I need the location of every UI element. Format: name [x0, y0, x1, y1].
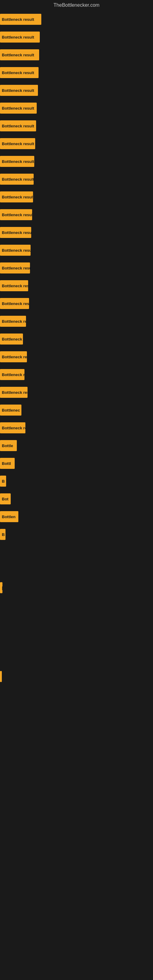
bar-row-5: Bottleneck result [0, 99, 153, 117]
bar-row-7: Bottleneck result [0, 135, 153, 153]
bottleneck-bar-22[interactable]: Bottlenec [0, 404, 21, 415]
bar-row-0: Bottleneck result [0, 10, 153, 28]
bottleneck-bar-7[interactable]: Bottleneck result [0, 138, 35, 149]
bottleneck-bar-8[interactable]: Bottleneck result [0, 156, 34, 167]
bottleneck-bar-15[interactable]: Bottleneck resu [0, 280, 28, 291]
bottleneck-bar-32[interactable]: | [0, 582, 2, 593]
bar-row-15: Bottleneck resu [0, 277, 153, 294]
bar-row-13: Bottleneck result [0, 241, 153, 259]
bar-label-26: B [2, 479, 5, 484]
bar-row-10: Bottleneck result [0, 188, 153, 206]
bottleneck-bar-11[interactable]: Bottleneck result [0, 209, 32, 220]
bar-label-14: Bottleneck result [2, 266, 30, 270]
bottleneck-bar-10[interactable]: Bottleneck result [0, 191, 33, 202]
bar-row-24: Bottle [0, 437, 153, 455]
bars-container: Bottleneck resultBottleneck resultBottle… [0, 10, 153, 686]
bar-row-8: Bottleneck result [0, 153, 153, 170]
bottleneck-bar-2[interactable]: Bottleneck result [0, 49, 39, 60]
bar-row-26: B [0, 472, 153, 490]
bar-row-22: Bottlenec [0, 401, 153, 419]
bottleneck-bar-26[interactable]: B [0, 476, 6, 487]
bar-label-4: Bottleneck result [2, 88, 34, 93]
bar-row-33 [0, 597, 153, 614]
bar-label-23: Bottleneck re [2, 426, 26, 430]
bottleneck-bar-25[interactable]: Bottl [0, 458, 15, 469]
bar-label-25: Bottl [2, 461, 11, 466]
bottleneck-bar-9[interactable]: Bottleneck result [0, 173, 33, 185]
bottleneck-bar-27[interactable]: Bot [0, 493, 11, 504]
bar-row-18: Bottleneck [0, 330, 153, 348]
bar-label-17: Bottleneck re [2, 319, 26, 324]
bar-label-1: Bottleneck result [2, 35, 34, 40]
bar-row-36 [0, 650, 153, 668]
bar-label-13: Bottleneck result [2, 248, 30, 253]
bar-label-19: Bottleneck res [2, 355, 27, 359]
bottleneck-bar-18[interactable]: Bottleneck [0, 334, 23, 345]
bar-row-25: Bottl [0, 455, 153, 472]
bar-label-10: Bottleneck result [2, 195, 33, 199]
bar-label-28: Bottlen [2, 514, 16, 519]
bar-row-21: Bottleneck resu [0, 383, 153, 401]
bar-label-21: Bottleneck resu [2, 390, 27, 395]
bar-row-9: Bottleneck result [0, 170, 153, 188]
bottleneck-bar-0[interactable]: Bottleneck result [0, 14, 41, 25]
bottleneck-bar-4[interactable]: Bottleneck result [0, 85, 38, 96]
bottleneck-bar-28[interactable]: Bottlen [0, 511, 18, 522]
bar-row-35 [0, 632, 153, 650]
bottleneck-bar-20[interactable]: Bottleneck r [0, 369, 24, 380]
bar-row-34 [0, 614, 153, 632]
bottleneck-bar-17[interactable]: Bottleneck re [0, 316, 26, 327]
bar-row-20: Bottleneck r [0, 366, 153, 383]
bar-label-20: Bottleneck r [2, 372, 24, 377]
bar-row-23: Bottleneck re [0, 419, 153, 437]
bar-row-1: Bottleneck result [0, 28, 153, 46]
bar-label-2: Bottleneck result [2, 52, 34, 57]
bottleneck-bar-29[interactable]: B [0, 529, 5, 540]
bar-row-6: Bottleneck result [0, 117, 153, 135]
bar-label-0: Bottleneck result [2, 17, 34, 22]
bottleneck-bar-21[interactable]: Bottleneck resu [0, 387, 27, 398]
bar-label-3: Bottleneck result [2, 70, 34, 75]
bar-label-32: | [2, 585, 2, 590]
bottleneck-bar-12[interactable]: Bottleneck result [0, 227, 31, 238]
bar-row-30 [0, 543, 153, 561]
bar-row-3: Bottleneck result [0, 64, 153, 81]
bar-label-8: Bottleneck result [2, 159, 34, 164]
bar-row-27: Bot [0, 490, 153, 508]
bar-row-11: Bottleneck result [0, 206, 153, 224]
bar-row-14: Bottleneck result [0, 259, 153, 277]
bar-label-29: B [2, 532, 5, 537]
bottleneck-bar-6[interactable]: Bottleneck result [0, 120, 36, 131]
bar-row-17: Bottleneck re [0, 312, 153, 330]
bar-row-28: Bottlen [0, 508, 153, 525]
bar-label-15: Bottleneck resu [2, 283, 28, 288]
bar-row-29: B [0, 525, 153, 543]
bar-row-37 [0, 668, 153, 686]
bar-row-4: Bottleneck result [0, 81, 153, 99]
bar-row-12: Bottleneck result [0, 224, 153, 241]
bottleneck-bar-16[interactable]: Bottleneck result [0, 298, 29, 309]
bottleneck-bar-5[interactable]: Bottleneck result [0, 103, 37, 114]
bottleneck-bar-13[interactable]: Bottleneck result [0, 245, 30, 256]
bar-label-18: Bottleneck [2, 337, 22, 342]
bar-row-2: Bottleneck result [0, 46, 153, 64]
bar-label-22: Bottlenec [2, 408, 20, 412]
bottleneck-bar-1[interactable]: Bottleneck result [0, 32, 40, 43]
bottleneck-bar-14[interactable]: Bottleneck result [0, 262, 30, 274]
bottleneck-bar-37[interactable] [0, 671, 2, 682]
bottleneck-bar-19[interactable]: Bottleneck res [0, 351, 27, 362]
bar-label-9: Bottleneck result [2, 177, 33, 181]
bottleneck-bar-23[interactable]: Bottleneck re [0, 422, 26, 433]
bottleneck-bar-3[interactable]: Bottleneck result [0, 67, 38, 78]
bar-label-24: Bottle [2, 444, 13, 448]
bar-label-16: Bottleneck result [2, 301, 29, 306]
bar-row-32: | [0, 579, 153, 597]
bar-label-7: Bottleneck result [2, 142, 34, 146]
bar-label-11: Bottleneck result [2, 213, 32, 217]
bar-label-6: Bottleneck result [2, 124, 34, 128]
bar-row-16: Bottleneck result [0, 294, 153, 312]
bar-label-5: Bottleneck result [2, 106, 34, 111]
bar-row-31 [0, 561, 153, 579]
bottleneck-bar-24[interactable]: Bottle [0, 440, 17, 451]
bar-label-27: Bot [2, 497, 9, 501]
